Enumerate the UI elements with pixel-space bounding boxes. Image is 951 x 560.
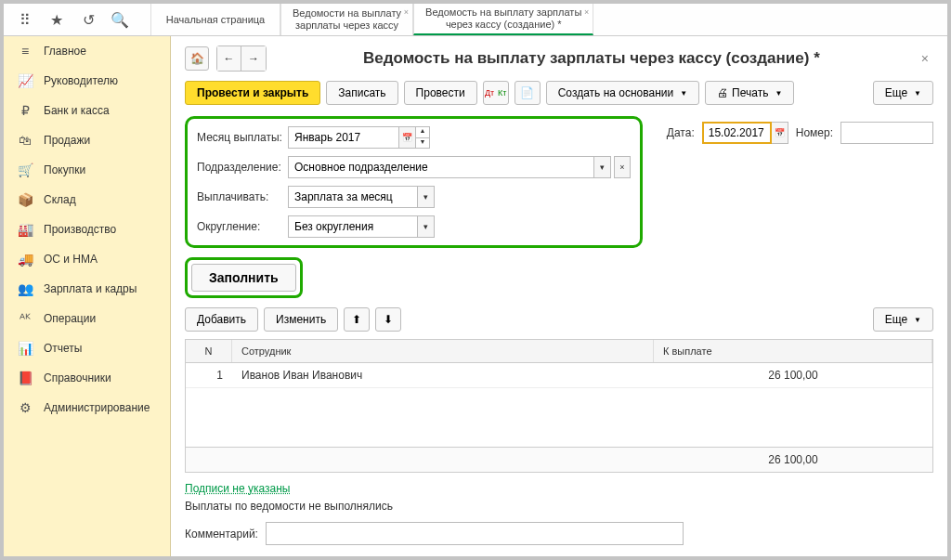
- content-area: 🏠 ← → Ведомость на выплату зарплаты чере…: [171, 36, 947, 556]
- create-based-button[interactable]: Создать на основании▼: [546, 81, 699, 105]
- factory-icon: 🏭: [18, 222, 33, 237]
- dept-input[interactable]: [288, 156, 594, 178]
- sidebar-item-manager[interactable]: 📈Руководителю: [4, 66, 170, 96]
- ruble-icon: ₽: [18, 103, 33, 118]
- col-n[interactable]: N: [186, 340, 232, 362]
- people-icon: 👥: [18, 281, 33, 296]
- sidebar-item-bank[interactable]: ₽Банк и касса: [4, 96, 170, 125]
- move-up-button[interactable]: ⬆: [344, 307, 370, 332]
- chart-icon: 📈: [18, 73, 33, 88]
- top-bar: ⠿ ★ ↺ 🔍 Начальная страница Ведомости на …: [4, 4, 947, 36]
- printer-icon: 🖨: [717, 86, 728, 99]
- star-icon[interactable]: ★: [49, 12, 64, 27]
- book-icon: 📕: [18, 371, 33, 385]
- sidebar-item-operations[interactable]: ᴬᴷОперации: [4, 304, 170, 333]
- date-label: Дата:: [667, 126, 695, 139]
- signatures-link[interactable]: Подписи не указаны: [185, 482, 290, 495]
- sidebar-item-production[interactable]: 🏭Производство: [4, 215, 170, 244]
- back-button[interactable]: ←: [217, 46, 241, 71]
- comment-label: Комментарий:: [185, 527, 258, 540]
- dept-label: Подразделение:: [197, 161, 288, 174]
- post-button[interactable]: Провести: [404, 81, 477, 105]
- month-picker-icon[interactable]: 📅: [399, 126, 416, 149]
- month-up-button[interactable]: ▲: [416, 127, 429, 137]
- box-icon: 📦: [18, 192, 33, 207]
- pay-dropdown-icon[interactable]: ▾: [418, 186, 435, 208]
- pay-label: Выплачивать:: [197, 190, 288, 203]
- number-input[interactable]: [840, 122, 933, 144]
- post-and-close-button[interactable]: Провести и закрыть: [185, 81, 320, 105]
- dept-clear-button[interactable]: ×: [614, 156, 631, 178]
- fill-button[interactable]: Заполнить: [191, 264, 296, 292]
- sidebar: ≡Главное 📈Руководителю ₽Банк и касса 🛍Пр…: [4, 36, 171, 556]
- comment-input[interactable]: [266, 522, 684, 545]
- sidebar-item-main[interactable]: ≡Главное: [4, 36, 170, 66]
- tab-current[interactable]: Ведомость на выплату зарплаты через касс…: [413, 4, 593, 35]
- calendar-icon[interactable]: 📅: [772, 122, 788, 144]
- close-button[interactable]: ×: [917, 51, 933, 66]
- round-label: Округление:: [197, 220, 288, 233]
- bag-icon: 🛍: [18, 133, 33, 148]
- sidebar-item-purchases[interactable]: 🛒Покупки: [4, 155, 170, 185]
- dept-dropdown-icon[interactable]: ▾: [594, 156, 611, 178]
- page-title: Ведомость на выплату зарплаты через касс…: [274, 49, 909, 68]
- sidebar-item-salary[interactable]: 👥Зарплата и кадры: [4, 274, 170, 304]
- table-row[interactable]: 1 Иванов Иван Иванович 26 100,00: [186, 363, 932, 388]
- bars-icon: 📊: [18, 341, 33, 356]
- home-button[interactable]: 🏠: [185, 46, 209, 71]
- dtkt-button[interactable]: ДтКт: [483, 81, 509, 105]
- attach-button[interactable]: 📄: [515, 81, 541, 105]
- sidebar-item-reports[interactable]: 📊Отчеты: [4, 333, 170, 363]
- col-payout[interactable]: К выплате: [654, 340, 932, 362]
- gear-icon: ⚙: [18, 400, 33, 415]
- tab-home[interactable]: Начальная страница: [150, 4, 280, 35]
- sidebar-item-assets[interactable]: 🚚ОС и НМА: [4, 244, 170, 274]
- month-down-button[interactable]: ▼: [416, 137, 429, 148]
- col-employee[interactable]: Сотрудник: [232, 340, 654, 362]
- tab-list[interactable]: Ведомости на выплату зарплаты через касс…: [280, 4, 413, 35]
- pay-input[interactable]: [288, 186, 418, 208]
- edit-button[interactable]: Изменить: [264, 307, 338, 332]
- apps-icon[interactable]: ⠿: [18, 12, 33, 27]
- number-label: Номер:: [796, 126, 833, 139]
- truck-icon: 🚚: [18, 252, 33, 267]
- payment-status: Выплаты по ведомости не выполнялись: [185, 500, 933, 513]
- menu-icon: ≡: [18, 44, 33, 59]
- print-button[interactable]: 🖨Печать▼: [705, 81, 794, 105]
- month-input[interactable]: [288, 126, 399, 149]
- sidebar-item-admin[interactable]: ⚙Администрирование: [4, 393, 170, 423]
- add-button[interactable]: Добавить: [185, 307, 258, 332]
- month-label: Месяц выплаты:: [197, 131, 288, 144]
- total-payout: 26 100,00: [654, 448, 932, 472]
- history-icon[interactable]: ↺: [81, 12, 96, 27]
- sidebar-item-catalogs[interactable]: 📕Справочники: [4, 363, 170, 393]
- form-highlighted-area: Месяц выплаты: 📅 ▲ ▼ Подразделение:: [185, 116, 643, 248]
- round-input[interactable]: [288, 215, 418, 238]
- cart-icon: 🛒: [18, 163, 33, 177]
- sidebar-item-sales[interactable]: 🛍Продажи: [4, 125, 170, 155]
- table-more-button[interactable]: Еще▼: [873, 307, 933, 332]
- dtkt-icon: ᴬᴷ: [18, 311, 33, 326]
- save-button[interactable]: Записать: [326, 81, 397, 105]
- round-dropdown-icon[interactable]: ▾: [418, 215, 435, 238]
- forward-button[interactable]: →: [241, 46, 266, 71]
- sidebar-item-warehouse[interactable]: 📦Склад: [4, 185, 170, 215]
- close-icon[interactable]: ×: [404, 7, 409, 17]
- employee-table: N Сотрудник К выплате 1 Иванов Иван Иван…: [185, 339, 933, 473]
- date-input[interactable]: [702, 122, 772, 144]
- close-icon[interactable]: ×: [584, 7, 589, 17]
- more-button[interactable]: Еще▼: [873, 81, 933, 105]
- move-down-button[interactable]: ⬇: [375, 307, 401, 332]
- search-icon[interactable]: 🔍: [112, 12, 127, 27]
